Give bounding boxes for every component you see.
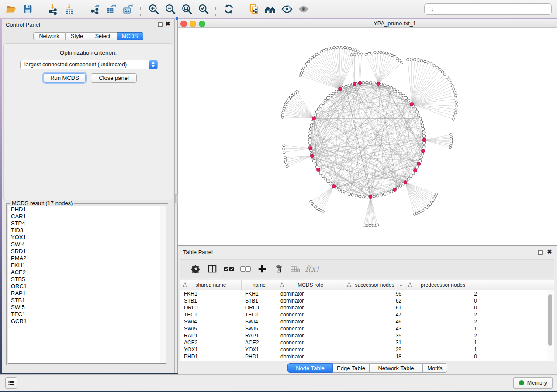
list-item[interactable]: STP4 bbox=[8, 220, 166, 227]
graph-node[interactable] bbox=[338, 46, 341, 48]
list-item[interactable]: TEC1 bbox=[8, 311, 166, 318]
close-mcds-panel-button[interactable]: Close panel bbox=[91, 73, 137, 83]
graph-node[interactable] bbox=[424, 60, 426, 63]
graph-node[interactable] bbox=[376, 195, 379, 197]
graph-node[interactable] bbox=[419, 159, 422, 162]
first-neighbors-button[interactable] bbox=[263, 2, 278, 17]
graph-node[interactable] bbox=[454, 94, 457, 97]
graph-node-mcds-fkh1[interactable] bbox=[410, 103, 414, 106]
graph-node-mcds-ace2[interactable] bbox=[332, 185, 336, 188]
zoom-fit-button[interactable] bbox=[179, 2, 194, 17]
graph-node[interactable] bbox=[396, 57, 399, 60]
graph-node[interactable] bbox=[422, 145, 425, 148]
graph-node[interactable] bbox=[312, 159, 315, 162]
graph-node[interactable] bbox=[314, 163, 316, 165]
graph-node[interactable] bbox=[336, 46, 338, 49]
graph-node[interactable] bbox=[324, 178, 326, 180]
graph-node[interactable] bbox=[453, 91, 456, 94]
graph-node[interactable] bbox=[353, 53, 356, 56]
graph-node[interactable] bbox=[398, 59, 401, 62]
zoom-out-button[interactable] bbox=[163, 2, 177, 17]
graph-node[interactable] bbox=[311, 57, 314, 59]
graph-node[interactable] bbox=[341, 46, 343, 49]
table-scrollbar-thumb[interactable] bbox=[548, 294, 552, 346]
graph-node[interactable] bbox=[325, 48, 328, 51]
zoom-in-button[interactable] bbox=[146, 2, 161, 17]
graph-node[interactable] bbox=[446, 76, 449, 79]
graph-node[interactable] bbox=[454, 111, 457, 114]
graph-node[interactable] bbox=[444, 73, 446, 76]
graph-node-mcds-pma2[interactable] bbox=[358, 81, 362, 85]
graph-node[interactable] bbox=[414, 108, 416, 110]
graph-node[interactable] bbox=[301, 69, 304, 72]
graph-node[interactable] bbox=[450, 82, 452, 84]
graph-node[interactable] bbox=[348, 193, 350, 195]
graph-node[interactable] bbox=[417, 114, 420, 117]
graph-node[interactable] bbox=[390, 86, 393, 89]
window-close-icon[interactable] bbox=[180, 21, 187, 27]
graph-node-mcds-tid3[interactable] bbox=[414, 168, 417, 172]
graph-node[interactable] bbox=[360, 53, 363, 55]
duplicate-network-button[interactable] bbox=[246, 2, 261, 17]
graph-node[interactable] bbox=[317, 108, 320, 110]
graph-node[interactable] bbox=[374, 51, 376, 54]
list-item[interactable]: YOX1 bbox=[8, 234, 166, 241]
graph-node[interactable] bbox=[380, 51, 382, 54]
graph-node[interactable] bbox=[410, 175, 412, 177]
deselect-all-button[interactable] bbox=[239, 262, 252, 275]
graph-node[interactable] bbox=[453, 115, 456, 117]
graph-node[interactable] bbox=[363, 224, 365, 226]
graph-node[interactable] bbox=[373, 195, 375, 198]
list-item[interactable]: SWI5 bbox=[8, 304, 166, 311]
graph-node[interactable] bbox=[368, 52, 370, 55]
export-image-button[interactable] bbox=[121, 2, 135, 17]
list-item[interactable]: SWI4 bbox=[8, 241, 166, 248]
table-row[interactable]: SWI4SWI4dominator462 bbox=[180, 318, 554, 325]
graph-node[interactable] bbox=[430, 63, 432, 65]
tab-node-table[interactable]: Node Table bbox=[287, 363, 333, 373]
graph-node[interactable] bbox=[320, 51, 323, 53]
graph-node[interactable] bbox=[399, 185, 402, 187]
graph-node[interactable] bbox=[348, 84, 350, 86]
graph-node[interactable] bbox=[328, 48, 330, 50]
graph-node[interactable] bbox=[448, 79, 450, 81]
table-row[interactable]: PHD1PHD1dominator180 bbox=[180, 353, 554, 360]
export-table-button[interactable] bbox=[104, 2, 119, 17]
graph-node[interactable] bbox=[284, 161, 287, 163]
graph-node[interactable] bbox=[387, 192, 389, 194]
tab-network[interactable]: Network bbox=[33, 32, 66, 40]
graph-node-mcds-stb5[interactable] bbox=[316, 168, 320, 171]
graph-node[interactable] bbox=[356, 50, 359, 52]
graph-node[interactable] bbox=[441, 71, 444, 73]
graph-node[interactable] bbox=[385, 52, 388, 55]
graph-node[interactable] bbox=[310, 124, 313, 127]
float-table-panel-button[interactable] bbox=[537, 249, 543, 255]
graph-node[interactable] bbox=[330, 47, 333, 50]
window-minimize-icon[interactable] bbox=[190, 21, 196, 27]
tab-select[interactable]: Select bbox=[89, 32, 117, 40]
graph-node[interactable] bbox=[308, 135, 311, 138]
graph-node[interactable] bbox=[383, 84, 386, 86]
graph-node[interactable] bbox=[420, 120, 422, 123]
import-table-button[interactable] bbox=[62, 2, 77, 17]
tab-style[interactable]: Style bbox=[66, 32, 89, 40]
hide-selected-button[interactable] bbox=[280, 2, 294, 17]
graph-node[interactable] bbox=[309, 131, 311, 134]
column-header-name[interactable]: name bbox=[242, 280, 277, 290]
graph-node[interactable] bbox=[423, 135, 426, 138]
show-columns-button[interactable] bbox=[206, 262, 219, 275]
graph-node[interactable] bbox=[362, 196, 365, 198]
graph-node[interactable] bbox=[283, 148, 285, 150]
graph-node[interactable] bbox=[303, 67, 305, 69]
graph-node[interactable] bbox=[455, 98, 457, 100]
graph-node[interactable] bbox=[399, 92, 402, 95]
table-row[interactable]: ACE2ACE2connector311 bbox=[180, 339, 554, 346]
graph-node[interactable] bbox=[349, 47, 352, 50]
delete-row-button[interactable] bbox=[272, 262, 285, 275]
list-item[interactable]: STB1 bbox=[8, 297, 166, 304]
graph-node[interactable] bbox=[410, 58, 413, 61]
graph-node[interactable] bbox=[366, 81, 368, 84]
graph-node[interactable] bbox=[345, 192, 347, 194]
graph-node[interactable] bbox=[283, 151, 285, 154]
graph-node[interactable] bbox=[423, 142, 426, 144]
